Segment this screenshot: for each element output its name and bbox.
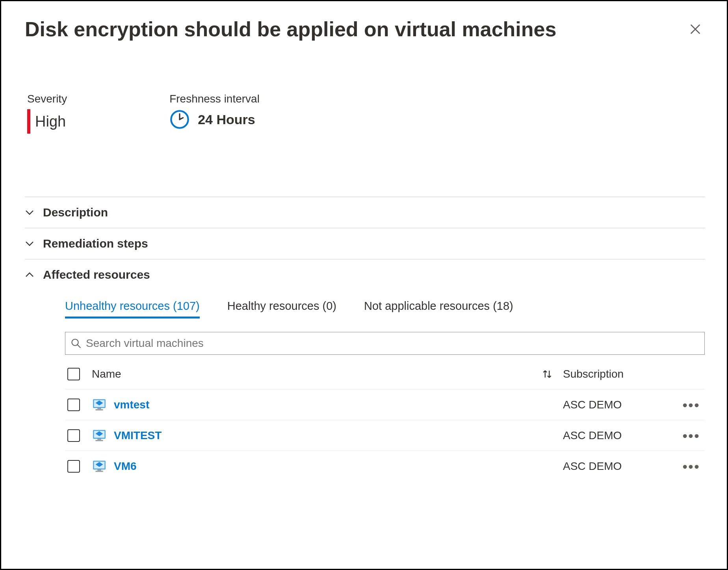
svg-rect-15 (97, 469, 101, 471)
select-all-checkbox[interactable] (67, 368, 80, 380)
table-row: VM6 ASC DEMO ••• (65, 451, 705, 482)
freshness-label: Freshness interval (169, 93, 260, 105)
svg-rect-11 (97, 439, 101, 440)
resource-link[interactable]: VMITEST (114, 429, 162, 442)
chevron-down-icon (25, 208, 34, 217)
section-remediation-title: Remediation steps (43, 237, 148, 250)
col-header-subscription[interactable]: Subscription (563, 368, 673, 380)
subscription-cell: ASC DEMO (563, 399, 673, 411)
vm-icon (92, 428, 107, 443)
row-checkbox[interactable] (67, 460, 80, 473)
svg-rect-7 (97, 408, 101, 409)
row-checkbox[interactable] (67, 429, 80, 442)
affected-resources-body: Unhealthy resources (107) Healthy resour… (25, 290, 705, 482)
row-checkbox[interactable] (67, 399, 80, 411)
summary-row: Severity High Freshness interval 24 Hour… (25, 93, 705, 134)
page-title: Disk encryption should be applied on vir… (25, 17, 556, 41)
svg-rect-16 (96, 471, 103, 472)
subscription-cell: ASC DEMO (563, 429, 673, 442)
sections: Description Remediation steps Affected r… (25, 197, 705, 482)
table-row: VMITEST ASC DEMO ••• (65, 420, 705, 451)
more-actions-button[interactable]: ••• (683, 428, 700, 443)
subscription-cell: ASC DEMO (563, 460, 673, 473)
resource-link[interactable]: VM6 (114, 460, 137, 473)
resources-table: Name Subscription (65, 359, 705, 482)
search-input[interactable] (85, 337, 699, 350)
svg-point-3 (72, 339, 78, 346)
section-description[interactable]: Description (25, 197, 705, 228)
svg-line-4 (78, 345, 81, 348)
col-header-name[interactable]: Name (92, 368, 531, 380)
vm-icon (92, 459, 107, 474)
freshness-value: 24 Hours (198, 112, 255, 127)
section-affected-title: Affected resources (43, 268, 150, 281)
clock-icon (169, 109, 190, 130)
section-description-title: Description (43, 206, 108, 219)
tab-not-applicable[interactable]: Not applicable resources (18) (364, 300, 513, 319)
section-remediation[interactable]: Remediation steps (25, 228, 705, 259)
freshness-value-row: 24 Hours (169, 109, 260, 130)
severity-value: High (35, 113, 66, 130)
table-header: Name Subscription (65, 359, 705, 389)
severity-block: Severity High (27, 93, 67, 134)
severity-value-row: High (27, 109, 67, 134)
tab-healthy[interactable]: Healthy resources (0) (227, 300, 336, 319)
vm-icon (92, 397, 107, 412)
svg-rect-8 (96, 409, 103, 410)
more-actions-button[interactable]: ••• (683, 397, 700, 412)
table-row: vmtest ASC DEMO ••• (65, 389, 705, 420)
close-button[interactable] (685, 19, 705, 40)
chevron-down-icon (25, 239, 34, 248)
svg-rect-12 (96, 440, 103, 441)
chevron-up-icon (25, 270, 34, 279)
header: Disk encryption should be applied on vir… (25, 17, 705, 41)
severity-label: Severity (27, 93, 67, 105)
sort-icon[interactable] (542, 369, 553, 380)
close-icon (689, 23, 701, 35)
more-actions-button[interactable]: ••• (683, 459, 700, 474)
resource-link[interactable]: vmtest (114, 399, 149, 411)
search-icon (71, 338, 81, 348)
resource-tabs: Unhealthy resources (107) Healthy resour… (65, 300, 705, 319)
recommendation-detail-panel: Disk encryption should be applied on vir… (0, 0, 728, 570)
search-box[interactable] (65, 332, 705, 355)
section-affected[interactable]: Affected resources (25, 259, 705, 290)
tab-unhealthy[interactable]: Unhealthy resources (107) (65, 300, 200, 319)
severity-bar-icon (27, 109, 30, 134)
freshness-block: Freshness interval 24 Hours (169, 93, 260, 134)
